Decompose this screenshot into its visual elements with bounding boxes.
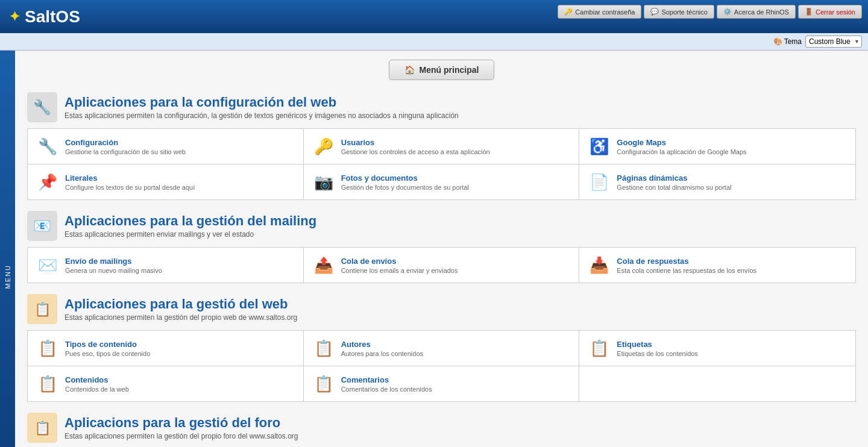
theme-select-wrap: Custom Blue Default Dark xyxy=(805,36,862,48)
users-cell[interactable]: 🔑 Usuarios Gestione los controles de acc… xyxy=(304,129,580,164)
comments-cell[interactable]: 📋 Comentarios Comentarios de los conteni… xyxy=(304,366,580,401)
section-forum-mgmt-icon: 📋 xyxy=(27,413,57,443)
support-button[interactable]: 💬 Soporte técnico xyxy=(644,5,714,19)
change-password-button[interactable]: 🔑 Cambiar contraseña xyxy=(558,5,641,19)
photos-cell[interactable]: 📷 Fotos y documentos Gestión de fotos y … xyxy=(304,164,580,199)
section-config-web-title: Aplicaciones para la configuración del w… xyxy=(64,95,459,110)
content-types-icon: 📋 xyxy=(36,337,59,360)
section-mailing-desc: Estas aplicaciones permiten enviar maili… xyxy=(64,230,316,239)
section-config-web-icon: 🔧 xyxy=(27,92,57,122)
replies-cell[interactable]: 📥 Cola de respuestas Esta cola contiene … xyxy=(579,248,855,283)
info-icon: ⚙️ xyxy=(723,8,732,16)
menu-principal-wrap: 🏠 Menú principal xyxy=(27,60,856,80)
section-web-mgmt-icon: 📋 xyxy=(27,294,57,324)
dynamic-pages-cell[interactable]: 📄 Páginas dinámicas Gestione con total d… xyxy=(579,164,855,199)
authors-icon: 📋 xyxy=(312,337,335,360)
section-config-web-header: 🔧 Aplicaciones para la configuración del… xyxy=(27,92,856,122)
photos-icon: 📷 xyxy=(312,170,335,193)
logout-button[interactable]: 🚪 Cerrar sesión xyxy=(798,5,862,19)
section-web-mgmt-desc: Estas aplicaciones permiten la gestión d… xyxy=(64,313,297,322)
header-nav: 🔑 Cambiar contraseña 💬 Soporte técnico ⚙… xyxy=(558,5,862,19)
authors-cell[interactable]: 📋 Autores Autores para los contenidos xyxy=(304,331,580,366)
svg-text:📧: 📧 xyxy=(33,217,51,234)
chat-icon: 💬 xyxy=(650,8,659,16)
contents-icon: 📋 xyxy=(36,372,59,395)
section-mailing-header: 📧 Aplicaciones para la gestión del maili… xyxy=(27,211,856,241)
section-web-mgmt-title: Aplicaciones para la gestió del web xyxy=(64,296,297,312)
content-wrapper: MENU 🏠 Menú principal 🔧 Aplicaciones par… xyxy=(0,51,868,447)
sidebar-menu-label: MENU xyxy=(4,264,11,289)
config-cell[interactable]: 🔧 Configuración Gestione la configuració… xyxy=(28,129,304,164)
googlemaps-icon: ♿ xyxy=(588,135,611,158)
section-mailing-icon: 📧 xyxy=(27,211,57,241)
header: ✦ SaltOS 🔑 Cambiar contraseña 💬 Soporte … xyxy=(0,0,868,33)
menu-principal-label: Menú principal xyxy=(420,65,479,75)
section-mailing-grid: ✉️ Envío de mailings Genera un nuevo mai… xyxy=(27,247,856,283)
logout-icon: 🚪 xyxy=(805,8,813,16)
dynamic-pages-icon: 📄 xyxy=(588,170,611,193)
theme-select[interactable]: Custom Blue Default Dark xyxy=(805,36,862,48)
replies-icon: 📥 xyxy=(588,254,611,277)
literals-cell[interactable]: 📌 Literales Configure los textos de su p… xyxy=(28,164,304,199)
users-icon: 🔑 xyxy=(312,135,335,158)
section-web-mgmt-grid: 📋 Tipos de contenido Pues eso, tipos de … xyxy=(27,330,856,402)
section-forum-mgmt-header: 📋 Aplicacions para la gestió del foro Es… xyxy=(27,413,856,443)
svg-text:📋: 📋 xyxy=(34,301,51,317)
empty-cell-1 xyxy=(579,366,855,401)
section-forum-mgmt-desc: Estas aplicaciones permiten la gestión d… xyxy=(64,432,298,440)
section-web-mgmt-header: 📋 Aplicaciones para la gestió del web Es… xyxy=(27,294,856,324)
googlemaps-cell[interactable]: ♿ Google Maps Configuración la aplicació… xyxy=(579,129,855,164)
literals-icon: 📌 xyxy=(36,170,59,193)
logo-text: SaltOS xyxy=(25,7,80,27)
theme-bar: 🎨 Tema Custom Blue Default Dark xyxy=(0,33,868,51)
config-icon: 🔧 xyxy=(36,135,59,158)
key-icon: 🔑 xyxy=(564,8,573,16)
about-button[interactable]: ⚙️ Acerca de RhinOS xyxy=(717,5,796,19)
queue-cell[interactable]: 📤 Cola de envíos Contiene los emails a e… xyxy=(304,248,580,283)
contents-cell[interactable]: 📋 Contenidos Contenidos de la web xyxy=(28,366,304,401)
section-forum-mgmt-title: Aplicacions para la gestió del foro xyxy=(64,415,298,431)
tags-icon: 📋 xyxy=(588,337,611,360)
sidebar: MENU xyxy=(0,51,15,447)
content-types-cell[interactable]: 📋 Tipos de contenido Pues eso, tipos de … xyxy=(28,331,304,366)
menu-principal-button[interactable]: 🏠 Menú principal xyxy=(389,60,495,80)
main-content: 🏠 Menú principal 🔧 Aplicaciones para la … xyxy=(15,51,868,447)
svg-text:📋: 📋 xyxy=(34,420,51,436)
queue-icon: 📤 xyxy=(312,254,335,277)
send-mailing-icon: ✉️ xyxy=(36,254,59,277)
logo: ✦ SaltOS xyxy=(9,7,80,27)
send-mailing-cell[interactable]: ✉️ Envío de mailings Genera un nuevo mai… xyxy=(28,248,304,283)
logo-star: ✦ xyxy=(9,9,20,25)
tags-cell[interactable]: 📋 Etiquetas Etiquetas de los contenidos xyxy=(579,331,855,366)
section-config-web-desc: Estas aplicaciones permiten la configura… xyxy=(64,111,459,120)
home-icon: 🏠 xyxy=(404,65,415,75)
svg-text:🔧: 🔧 xyxy=(33,98,51,116)
section-mailing-title: Aplicaciones para la gestión del mailing xyxy=(64,213,316,229)
theme-label: 🎨 Tema xyxy=(773,37,802,46)
comments-icon: 📋 xyxy=(312,372,335,395)
section-config-web-grid: 🔧 Configuración Gestione la configuració… xyxy=(27,128,856,200)
